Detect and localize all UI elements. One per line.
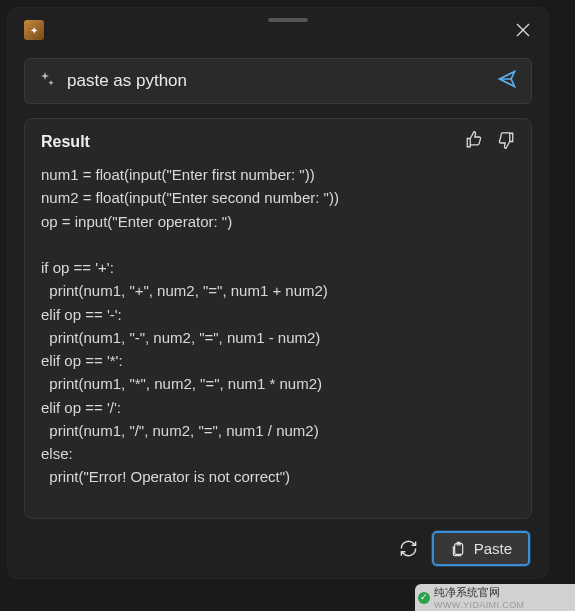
check-icon: ✓ <box>418 592 430 604</box>
paste-button[interactable]: Paste <box>432 531 530 566</box>
close-button[interactable] <box>514 21 532 39</box>
prompt-input[interactable] <box>67 71 485 91</box>
send-button[interactable] <box>497 69 517 93</box>
thumbs-down-button[interactable] <box>497 131 515 153</box>
result-card: Result num1 = float(input("Enter first n… <box>24 118 532 519</box>
result-body[interactable]: num1 = float(input("Enter first number: … <box>25 163 531 518</box>
refresh-icon <box>399 539 418 558</box>
paste-panel: Result num1 = float(input("Enter first n… <box>8 8 548 578</box>
watermark: ✓ 纯净系统官网 WWW.YIDAIMI.COM <box>415 584 575 611</box>
clipboard-icon <box>450 541 466 557</box>
code-block: num1 = float(input("Enter first number: … <box>41 163 515 489</box>
titlebar <box>8 8 548 48</box>
action-bar: Paste <box>8 519 548 578</box>
refresh-button[interactable] <box>399 539 418 558</box>
sparkle-icon <box>39 72 55 91</box>
paste-button-label: Paste <box>474 540 512 557</box>
feedback-group <box>465 131 515 153</box>
result-title: Result <box>41 133 90 151</box>
result-header: Result <box>25 119 531 163</box>
app-icon <box>24 20 44 40</box>
watermark-text: 纯净系统官网 <box>434 585 525 600</box>
thumbs-up-icon <box>465 131 483 149</box>
thumbs-down-icon <box>497 131 515 149</box>
watermark-url: WWW.YIDAIMI.COM <box>434 600 525 610</box>
close-icon <box>516 23 530 37</box>
send-icon <box>497 69 517 89</box>
prompt-row <box>24 58 532 104</box>
drag-handle[interactable] <box>268 18 308 22</box>
thumbs-up-button[interactable] <box>465 131 483 153</box>
